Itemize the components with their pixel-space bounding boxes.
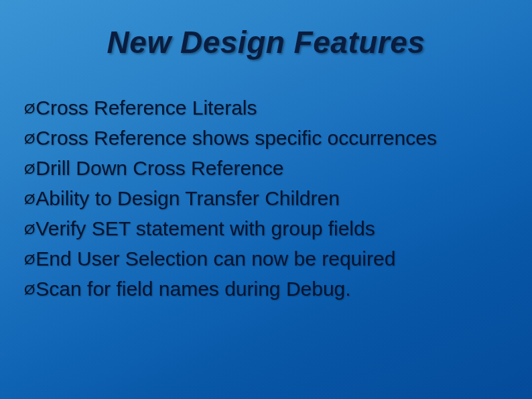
list-item: ØEnd User Selection can now be required — [24, 243, 505, 274]
bullet-icon: Ø — [24, 101, 34, 116]
list-item-text: Scan for field names during Debug. — [36, 278, 350, 300]
bullet-icon: Ø — [24, 251, 34, 267]
list-item: ØCross Reference Literals — [24, 93, 505, 123]
list-item: ØVerify SET statement with group fields — [24, 213, 505, 243]
list-item: ØDrill Down Cross Reference — [24, 153, 505, 183]
list-item-text: Drill Down Cross Reference — [36, 157, 283, 179]
list-item: ØScan for field names during Debug. — [24, 274, 505, 304]
list-item-text: Cross Reference Literals — [36, 97, 257, 119]
bullet-icon: Ø — [24, 282, 34, 297]
bullet-icon: Ø — [24, 131, 34, 146]
list-item-text: Ability to Design Transfer Children — [36, 187, 340, 209]
list-item-text: Verify SET statement with group fields — [36, 217, 375, 239]
list-item-text: End User Selection can now be required — [36, 247, 395, 270]
list-item: ØCross Reference shows specific occurren… — [24, 123, 505, 153]
bullet-icon: Ø — [24, 161, 34, 176]
list-item-text: Cross Reference shows specific occurrenc… — [36, 127, 437, 149]
bullet-icon: Ø — [24, 191, 34, 207]
slide-body: ØCross Reference Literals ØCross Referen… — [24, 93, 505, 304]
slide-title: New Design Features — [0, 24, 532, 60]
list-item: ØAbility to Design Transfer Children — [24, 183, 505, 213]
slide: New Design Features ØCross Reference Lit… — [0, 0, 532, 399]
bullet-icon: Ø — [24, 221, 34, 237]
